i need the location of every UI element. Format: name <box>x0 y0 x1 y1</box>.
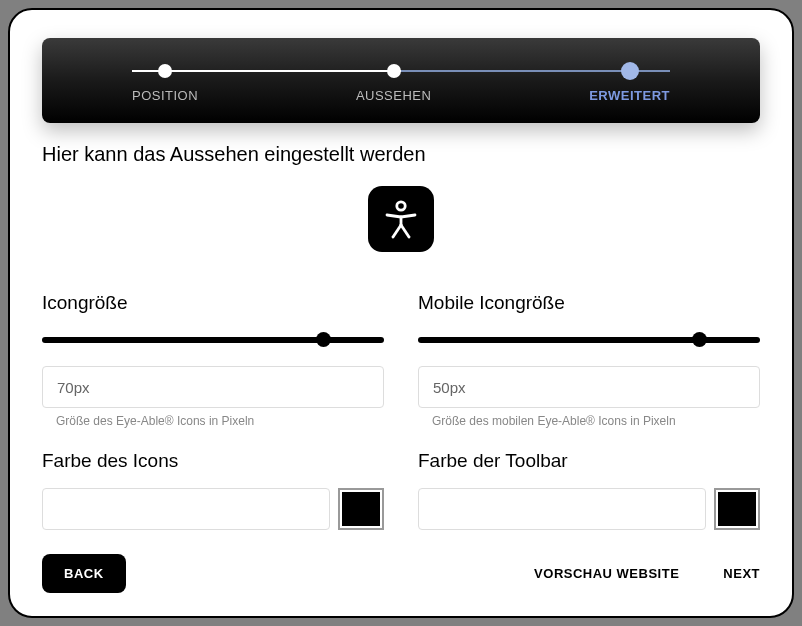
mobile-icon-size-slider[interactable] <box>418 330 760 348</box>
field-label: Icongröße <box>42 292 384 314</box>
accessibility-icon <box>379 197 423 241</box>
step-dot-active <box>621 62 639 80</box>
step-position[interactable]: POSITION <box>132 64 198 103</box>
mobile-icon-size-input[interactable] <box>418 366 760 408</box>
icon-size-input[interactable] <box>42 366 384 408</box>
field-label: Farbe des Icons <box>42 450 384 472</box>
step-label: AUSSEHEN <box>356 88 432 103</box>
field-helper: Größe des mobilen Eye-Able® Icons in Pix… <box>418 414 760 428</box>
icon-preview <box>42 186 760 252</box>
back-button[interactable]: BACK <box>42 554 126 593</box>
step-aussehen[interactable]: AUSSEHEN <box>356 64 432 103</box>
field-helper: Größe des Eye-Able® Icons in Pixeln <box>42 414 384 428</box>
svg-point-0 <box>397 202 405 210</box>
field-label: Farbe der Toolbar <box>418 450 760 472</box>
step-erweitert[interactable]: ERWEITERT <box>589 64 670 103</box>
slider-thumb[interactable] <box>316 332 331 347</box>
toolbar-color-swatch[interactable] <box>714 488 760 530</box>
settings-dialog: POSITION AUSSEHEN ERWEITERT Hier kann da… <box>8 8 794 618</box>
icon-preview-box <box>368 186 434 252</box>
slider-track <box>418 337 760 343</box>
step-dot <box>158 64 172 78</box>
step-label: ERWEITERT <box>589 88 670 103</box>
field-toolbar-color: Farbe der Toolbar <box>418 450 760 530</box>
toolbar-color-input[interactable] <box>418 488 706 530</box>
footer-right: VORSCHAU WEBSITE NEXT <box>534 566 760 581</box>
preview-website-button[interactable]: VORSCHAU WEBSITE <box>534 566 679 581</box>
icon-color-swatch[interactable] <box>338 488 384 530</box>
step-label: POSITION <box>132 88 198 103</box>
step-dot <box>387 64 401 78</box>
page-subtitle: Hier kann das Aussehen eingestellt werde… <box>42 143 760 166</box>
icon-size-slider[interactable] <box>42 330 384 348</box>
field-label: Mobile Icongröße <box>418 292 760 314</box>
stepper: POSITION AUSSEHEN ERWEITERT <box>42 38 760 123</box>
form-grid: Icongröße Größe des Eye-Able® Icons in P… <box>42 292 760 530</box>
slider-thumb[interactable] <box>692 332 707 347</box>
next-button[interactable]: NEXT <box>723 566 760 581</box>
dialog-footer: BACK VORSCHAU WEBSITE NEXT <box>42 554 760 593</box>
field-mobile-icon-size: Mobile Icongröße Größe des mobilen Eye-A… <box>418 292 760 428</box>
field-icon-color: Farbe des Icons <box>42 450 384 530</box>
icon-color-input[interactable] <box>42 488 330 530</box>
field-icon-size: Icongröße Größe des Eye-Able® Icons in P… <box>42 292 384 428</box>
slider-track <box>42 337 384 343</box>
